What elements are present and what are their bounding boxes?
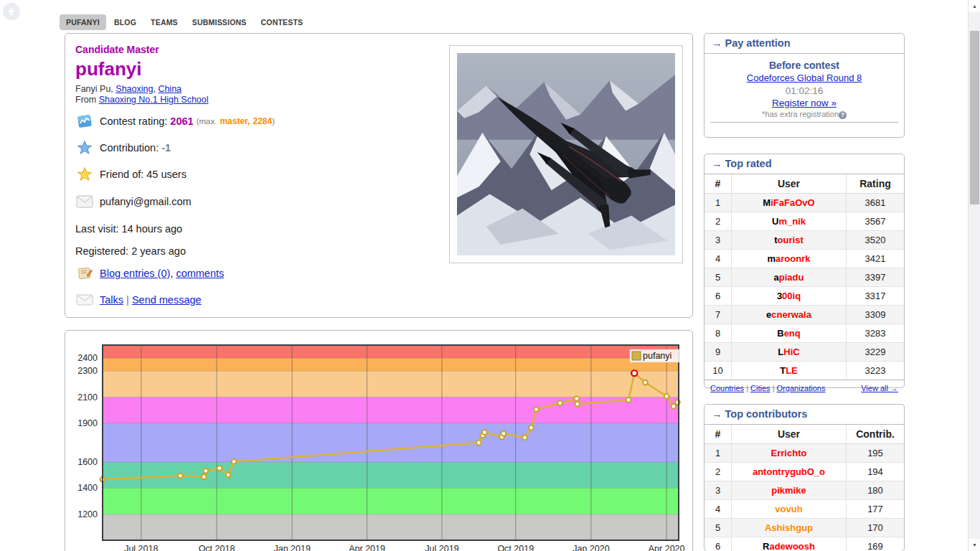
top-rated-rows: 1MiFaFaOvO36812Um_nik35673tourist35204ma… — [705, 194, 904, 380]
tab-blog[interactable]: BLOG — [108, 14, 143, 30]
rank-cell: 4 — [705, 500, 732, 518]
user-handle-link[interactable]: Ashishgup — [765, 522, 813, 533]
value-cell: 3567 — [847, 212, 904, 230]
contribution-value: -1 — [161, 142, 171, 154]
user-handle-link[interactable]: apiadu — [774, 272, 804, 283]
city-link[interactable]: Shaoxing — [116, 84, 153, 94]
view-all-link[interactable]: View all → — [861, 384, 898, 392]
user-handle-link[interactable]: pikmike — [771, 485, 806, 496]
value-cell: 194 — [847, 463, 904, 481]
user-cell: TLE — [732, 362, 847, 380]
value-cell: 3283 — [847, 324, 904, 342]
svg-text:2300: 2300 — [77, 366, 98, 376]
tab-pufanyi[interactable]: PUFANYI — [60, 14, 106, 30]
pay-attention-content: Before contest Codeforces Global Round 8… — [705, 54, 904, 139]
user-handle-link[interactable]: Um_nik — [772, 216, 806, 227]
tab-submissions[interactable]: SUBMISSIONS — [186, 14, 253, 30]
top-contributors-box: → Top contributors # User Contrib. 1Erri… — [704, 404, 905, 551]
talks-link[interactable]: Talks — [100, 294, 123, 306]
rank-cell: 3 — [705, 481, 732, 499]
envelope-icon — [75, 193, 94, 210]
table-row: 6Radewoosh169 — [705, 537, 904, 551]
scrollbar-down-arrow[interactable]: ▼ — [969, 539, 980, 551]
svg-text:Jul 2018: Jul 2018 — [124, 544, 158, 551]
scroll-to-top-button[interactable] — [3, 3, 20, 20]
friend-count: 45 users — [146, 169, 187, 180]
register-note: *has extra registration? — [710, 110, 898, 119]
rank-cell: 10 — [705, 362, 732, 380]
rank-cell: 7 — [705, 306, 732, 324]
top-rated-box: → Top rated # User Rating 1MiFaFaOvO3681… — [704, 154, 905, 388]
last-visit: Last visit: 14 hours ago — [75, 223, 182, 235]
top-rated-footer: Countries | Cities | Organizations View … — [705, 380, 904, 396]
svg-text:Jan 2020: Jan 2020 — [573, 544, 609, 551]
friend-of-row: Friend of: 45 users — [75, 166, 187, 183]
value-cell: 3520 — [847, 231, 904, 249]
svg-text:1200: 1200 — [77, 509, 98, 519]
email-row: pufanyi@gmail.com — [75, 193, 192, 210]
rank-cell: 6 — [705, 537, 732, 551]
organizations-link[interactable]: Organizations — [777, 384, 826, 392]
table-row: 4vovuh177 — [705, 500, 904, 519]
send-message-link[interactable]: Send message — [132, 294, 202, 306]
user-handle-link[interactable]: MiFaFaOvO — [763, 197, 814, 208]
value-cell: 180 — [847, 481, 904, 499]
rating-chart-icon — [75, 113, 94, 130]
country-link[interactable]: China — [158, 84, 182, 94]
organization-link[interactable]: Shaoxing No.1 High School — [99, 95, 209, 105]
page-scrollbar[interactable]: ▲ ▼ — [968, 0, 980, 551]
table-row: 1Errichto195 — [705, 444, 904, 463]
user-handle-link[interactable]: vovuh — [775, 504, 802, 514]
user-cell: ecnerwala — [732, 306, 847, 324]
blog-entries-link[interactable]: Blog entries (0) — [100, 268, 170, 279]
user-cell: Benq — [732, 324, 847, 342]
help-icon[interactable]: ? — [839, 111, 847, 119]
user-handle-link[interactable]: tourist — [774, 235, 803, 245]
user-name-line: Fanyi Pu, Shaoxing, China — [75, 84, 182, 94]
table-row: 1MiFaFaOvO3681 — [705, 194, 904, 212]
top-rated-title: → Top rated — [705, 154, 904, 174]
rank-cell: 9 — [705, 343, 732, 361]
user-cell: antontrygubO_o — [732, 463, 847, 481]
user-handle-link[interactable]: Errichto — [771, 448, 807, 458]
user-handle-link[interactable]: TLE — [780, 365, 798, 376]
svg-text:pufanyi: pufanyi — [643, 351, 672, 361]
countries-link[interactable]: Countries — [710, 384, 744, 392]
scrollbar-thumb[interactable] — [970, 31, 979, 204]
user-handle-link[interactable]: Radewoosh — [763, 541, 815, 551]
value-cell: 3229 — [847, 343, 904, 361]
rating-chart-svg[interactable]: 1200140016001900210023002400Jul 2018Oct … — [65, 331, 692, 551]
pay-attention-box: → Pay attention Before contest Codeforce… — [704, 33, 905, 138]
comments-link[interactable]: comments — [176, 268, 224, 279]
current-rating-value: 2061 — [170, 116, 193, 127]
scrollbar-up-arrow[interactable]: ▲ — [969, 0, 980, 12]
user-handle-link[interactable]: ecnerwala — [766, 309, 811, 320]
register-now-link[interactable]: Register now » — [772, 98, 837, 108]
table-row: 4maroonrk3421 — [705, 250, 904, 268]
user-handle-link[interactable]: antontrygubO_o — [753, 466, 825, 477]
value-cell: 195 — [847, 444, 904, 462]
user-handle-link[interactable]: LHiC — [778, 347, 799, 357]
user-handle[interactable]: pufanyi — [75, 58, 141, 80]
value-cell: 3397 — [847, 268, 904, 286]
user-handle-link[interactable]: 300iq — [777, 291, 801, 301]
top-contributors-rows: 1Errichto1952antontrygubO_o1943pikmike18… — [705, 444, 904, 551]
table-row: 5apiadu3397 — [705, 268, 904, 287]
top-contributors-title: → Top contributors — [705, 405, 904, 425]
contest-link[interactable]: Codeforces Global Round 8 — [747, 72, 862, 83]
rank-cell: 4 — [705, 250, 732, 268]
profile-box: Candidate Master pufanyi Fanyi Pu, Shaox… — [65, 33, 693, 318]
user-rank-title: Candidate Master — [75, 44, 159, 55]
value-cell: 169 — [847, 537, 904, 551]
cities-link[interactable]: Cities — [750, 384, 771, 392]
user-handle-link[interactable]: Benq — [777, 328, 801, 339]
user-real-name: Fanyi Pu, — [75, 84, 113, 94]
value-cell: 3317 — [847, 287, 904, 305]
aircraft-photo-illustration — [457, 53, 675, 255]
max-rank: master, — [220, 116, 250, 126]
tab-teams[interactable]: TEAMS — [144, 14, 184, 30]
tab-contests[interactable]: CONTESTS — [255, 14, 310, 30]
user-handle-link[interactable]: maroonrk — [768, 253, 811, 264]
table-row: 8Benq3283 — [705, 324, 904, 343]
rank-cell: 6 — [705, 287, 732, 305]
